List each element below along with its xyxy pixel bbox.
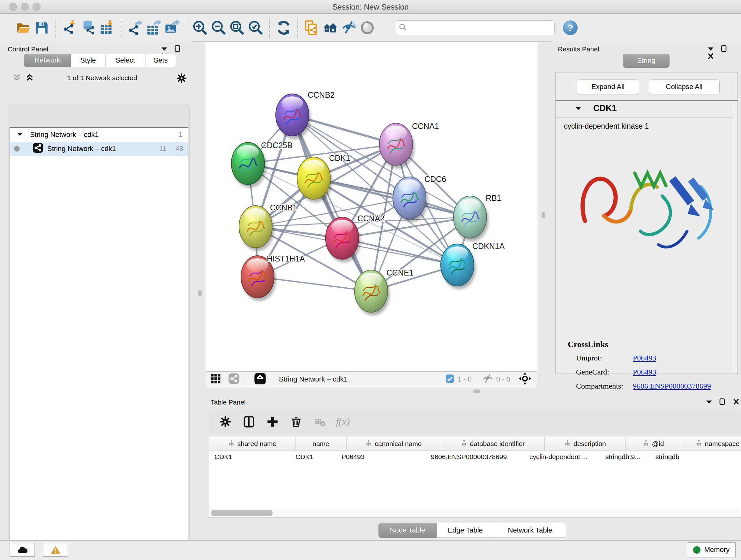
save-session-icon[interactable] (32, 18, 51, 37)
table-gear-icon[interactable] (213, 412, 237, 432)
network-node-CCNB2[interactable]: CCNB2 (276, 90, 335, 139)
open-session-icon[interactable] (14, 18, 32, 37)
add-column-icon[interactable] (261, 412, 284, 432)
delete-column-icon[interactable] (284, 412, 308, 432)
left-splitter-handle[interactable] (198, 290, 202, 296)
zoom-out-icon[interactable] (209, 18, 228, 37)
tab-node-table[interactable]: Node Table (379, 523, 436, 538)
export-network-icon[interactable] (126, 18, 144, 37)
table-horizontal-scrollbar[interactable] (209, 508, 741, 518)
application-window: Session: New Session ? Control Panel Net… (0, 0, 741, 560)
zoom-fit-icon[interactable] (228, 18, 246, 37)
table-cell[interactable]: CDK1 (209, 450, 290, 463)
hide-selected-icon[interactable] (340, 18, 358, 37)
zoom-in-icon[interactable] (191, 18, 209, 37)
warning-status-button[interactable] (43, 543, 68, 557)
pan-crosshair-icon[interactable] (519, 372, 531, 386)
right-splitter-handle[interactable] (542, 212, 545, 219)
results-panel-window-icons[interactable] (702, 45, 741, 61)
cloud-status-button[interactable] (10, 543, 35, 557)
network-options-gear-icon[interactable] (176, 73, 187, 85)
column-header-description[interactable]: description (545, 437, 626, 450)
network-node-CCNA1[interactable]: CCNA1 (380, 122, 439, 169)
hidden-eye-slash-icon[interactable] (482, 373, 493, 385)
toolbar-separator (121, 17, 121, 38)
copy-to-clipboard-icon[interactable] (302, 18, 321, 37)
expand-all-networks-icon[interactable] (24, 72, 35, 84)
tab-string[interactable]: String (623, 54, 670, 68)
scrollbar-thumb[interactable] (211, 510, 273, 516)
tab-edge-table[interactable]: Edge Table (436, 523, 494, 538)
collapse-all-button[interactable]: Collapse All (649, 79, 720, 94)
cdk1-section: CDK1 cyclin-dependent kinase 1 Cross (555, 100, 738, 374)
close-panel-icon[interactable] (733, 398, 740, 405)
column-header-database-identifier[interactable]: database identifier (441, 437, 545, 450)
table-cell[interactable]: CDK1 (290, 450, 336, 463)
close-panel-icon[interactable] (707, 53, 714, 59)
tab-network-table[interactable]: Network Table (494, 523, 566, 538)
network-row[interactable]: String Network – cdk1 11 48 (10, 142, 188, 156)
network-node-CCNA2[interactable]: CCNA2 (326, 214, 385, 262)
tab-select[interactable]: Select (105, 54, 145, 67)
show-column-icon[interactable] (237, 412, 261, 432)
crosslink-link[interactable]: P06493 (633, 354, 656, 362)
main-toolbar: ? (0, 14, 741, 42)
help-icon[interactable]: ? (563, 20, 578, 35)
undock-panel-icon[interactable] (719, 398, 726, 405)
selected-checkbox-icon[interactable] (446, 374, 455, 384)
table-cell[interactable]: 9606.ENSP00000378699 (426, 450, 524, 463)
birdseye-view-icon[interactable] (254, 373, 266, 386)
string-network-icon (32, 142, 44, 155)
table-cell[interactable]: stringdb (650, 450, 719, 463)
memory-button[interactable]: Memory (687, 542, 736, 557)
table-row[interactable]: CDK1CDK1P064939606.ENSP00000378699cyclin… (209, 450, 741, 463)
crosslink-link[interactable]: 9606.ENSP00000378699 (633, 382, 711, 390)
float-panel-icon[interactable] (707, 46, 714, 52)
float-panel-icon[interactable] (161, 46, 168, 52)
column-header-@id[interactable]: @id (626, 437, 681, 450)
import-network-icon[interactable] (61, 18, 79, 37)
section-collapse-icon[interactable] (575, 106, 582, 113)
first-neighbors-icon[interactable] (321, 18, 340, 37)
grid-view-icon[interactable] (210, 373, 221, 385)
import-network-database-icon[interactable] (79, 18, 98, 37)
import-table-icon[interactable] (98, 18, 116, 37)
collapse-all-networks-icon[interactable] (11, 72, 22, 84)
table-cell[interactable]: cyclin-dependent ... (524, 450, 600, 463)
column-header-namespace[interactable]: namespace (681, 437, 741, 450)
network-canvas[interactable]: CCNB2 CCNA1 CDC25B CDK1 CDC6 (206, 42, 537, 371)
table-panel-window-icons[interactable] (700, 398, 740, 406)
export-table-icon[interactable] (144, 18, 163, 37)
expand-all-button[interactable]: Expand All (577, 79, 639, 94)
column-header-name[interactable]: name (295, 437, 347, 450)
search-input[interactable] (410, 23, 549, 32)
column-header-canonical-name[interactable]: canonical name (347, 437, 441, 450)
network-node-CDKN1A[interactable]: CDKN1A (441, 242, 505, 289)
results-scrollbar[interactable] (733, 102, 737, 372)
share-network-icon[interactable] (228, 373, 240, 386)
network-node-CCNE1[interactable]: CCNE1 (354, 268, 414, 315)
collection-collapse-icon[interactable] (17, 131, 23, 139)
network-collection-row[interactable]: String Network – cdk1 1 (10, 128, 188, 142)
undock-panel-icon[interactable] (721, 45, 728, 52)
crosslink-link[interactable]: P06493 (633, 368, 656, 376)
refresh-network-icon[interactable] (274, 18, 293, 37)
undock-panel-icon[interactable] (174, 45, 181, 52)
export-image-icon[interactable] (163, 18, 181, 37)
table-cell[interactable]: P06493 (336, 450, 426, 463)
zoom-selected-icon[interactable] (246, 18, 265, 37)
float-panel-icon[interactable] (705, 399, 713, 405)
network-node-RB1[interactable]: RB1 (454, 193, 501, 241)
table-cell[interactable]: stringdb:9... (600, 450, 650, 463)
search-box[interactable] (395, 20, 555, 35)
network-edge[interactable] (292, 115, 371, 291)
tab-sets[interactable]: Sets (145, 54, 176, 67)
tab-network[interactable]: Network (24, 54, 71, 67)
horizontal-splitter-handle[interactable] (473, 389, 480, 393)
column-header-shared-name[interactable]: shared name (209, 437, 295, 450)
node-label: RB1 (486, 193, 501, 202)
tab-style[interactable]: Style (71, 54, 105, 67)
network-node-HIST1H1A[interactable]: HIST1H1A (241, 254, 305, 301)
network-node-CCNB1[interactable]: CCNB1 (239, 203, 297, 251)
show-all-icon[interactable] (358, 18, 377, 37)
